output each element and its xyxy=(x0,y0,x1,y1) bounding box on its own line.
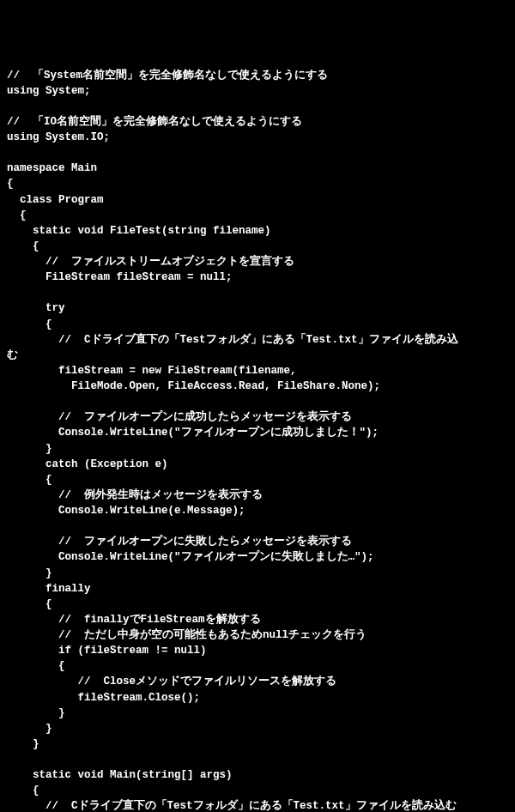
code-line: fileStream.Close(); xyxy=(7,690,508,706)
code-line xyxy=(7,99,508,114)
code-line: if (fileStream != null) xyxy=(7,643,508,658)
code-line: Console.WriteLine("ファイルオープンに失敗しました…"); xyxy=(7,549,508,565)
code-line: } xyxy=(7,736,508,752)
code-line: fileStream = new FileStream(filename, xyxy=(7,363,508,379)
code-line: // finallyでFileStreamを解放する xyxy=(7,612,508,627)
code-line: { xyxy=(7,317,508,332)
code-line: static void FileTest(string filename) xyxy=(7,223,508,239)
code-line: } xyxy=(7,566,508,581)
code-line: // ファイルオープンに成功したらメッセージを表示する xyxy=(7,409,508,425)
code-line: } xyxy=(7,721,508,736)
code-line xyxy=(7,285,508,300)
code-line: using System; xyxy=(7,83,508,99)
code-line: using System.IO; xyxy=(7,130,508,145)
code-line: // Cドライブ直下の「Testフォルダ」にある「Test.txt」ファイルを読… xyxy=(7,332,508,348)
code-line: // ただし中身が空の可能性もあるためnullチェックを行う xyxy=(7,627,508,643)
code-line: { xyxy=(7,239,508,254)
code-line xyxy=(7,752,508,767)
code-line: { xyxy=(7,472,508,488)
code-line: Console.WriteLine("ファイルオープンに成功しました！"); xyxy=(7,425,508,440)
code-line: Console.WriteLine(e.Message); xyxy=(7,503,508,518)
code-line: finally xyxy=(7,581,508,597)
code-line: // 「System名前空間」を完全修飾名なしで使えるようにする xyxy=(7,68,508,83)
code-line: static void Main(string[] args) xyxy=(7,767,508,783)
code-line xyxy=(7,394,508,409)
code-block: // 「System名前空間」を完全修飾名なしで使えるようにするusing Sy… xyxy=(7,68,508,813)
code-line: { xyxy=(7,176,508,191)
code-line: // Closeメソッドでファイルリソースを解放する xyxy=(7,674,508,689)
code-line: { xyxy=(7,658,508,674)
code-line: // Cドライブ直下の「Testフォルダ」にある「Test.txt」ファイルを読… xyxy=(7,798,508,812)
code-line: class Program xyxy=(7,192,508,208)
code-line: { xyxy=(7,783,508,798)
code-line: } xyxy=(7,441,508,457)
code-line: // ファイルオープンに失敗したらメッセージを表示する xyxy=(7,534,508,549)
code-line: む xyxy=(7,348,508,363)
code-line xyxy=(7,518,508,534)
code-line: FileStream fileStream = null; xyxy=(7,270,508,285)
code-line xyxy=(7,145,508,161)
code-line: { xyxy=(7,597,508,612)
code-line: namespace Main xyxy=(7,161,508,176)
code-line: } xyxy=(7,706,508,721)
code-line: // 「IO名前空間」を完全修飾名なしで使えるようにする xyxy=(7,114,508,130)
code-line: // ファイルストリームオブジェクトを宣言する xyxy=(7,254,508,270)
code-line: FileMode.Open, FileAccess.Read, FileShar… xyxy=(7,379,508,394)
code-line: catch (Exception e) xyxy=(7,457,508,472)
code-line: // 例外発生時はメッセージを表示する xyxy=(7,488,508,503)
code-line: { xyxy=(7,208,508,223)
code-line: try xyxy=(7,300,508,316)
